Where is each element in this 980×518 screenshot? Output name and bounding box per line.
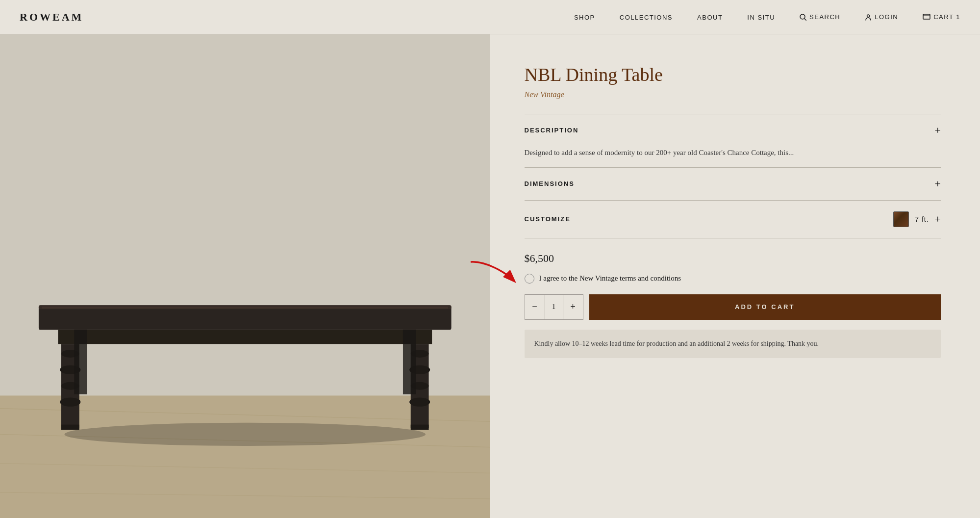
svg-rect-29 bbox=[403, 330, 416, 394]
svg-point-26 bbox=[409, 397, 430, 406]
customize-row: CUSTOMIZE 7 ft. + bbox=[525, 200, 941, 238]
price-display: $6,500 bbox=[525, 252, 941, 265]
terms-row: I agree to the New Vintage terms and con… bbox=[525, 274, 941, 284]
quantity-value: 1 bbox=[545, 295, 563, 319]
quantity-increase-button[interactable]: + bbox=[563, 294, 583, 320]
nav-collections[interactable]: COLLECTIONS bbox=[620, 14, 673, 21]
product-image-panel bbox=[0, 34, 490, 518]
product-title: NBL Dining Table bbox=[525, 64, 941, 86]
terms-text: I agree to the New Vintage terms and con… bbox=[539, 274, 681, 283]
nav-in-situ[interactable]: IN SITU bbox=[747, 14, 775, 21]
quantity-decrease-button[interactable]: − bbox=[525, 294, 545, 320]
svg-point-20 bbox=[60, 397, 80, 406]
wood-swatch[interactable] bbox=[893, 211, 909, 227]
svg-point-2 bbox=[867, 15, 870, 17]
red-arrow-annotation bbox=[466, 257, 520, 286]
product-image bbox=[0, 34, 490, 518]
svg-rect-28 bbox=[74, 330, 87, 394]
description-accordion-header[interactable]: DESCRIPTION + bbox=[525, 114, 941, 147]
svg-rect-21 bbox=[61, 425, 79, 430]
navigation: ROWEAM SHOP COLLECTIONS ABOUT IN SITU SE… bbox=[0, 0, 980, 34]
quantity-control: − 1 + bbox=[525, 294, 583, 320]
search-icon bbox=[800, 14, 806, 21]
add-to-cart-button[interactable]: ADD TO CART bbox=[589, 294, 941, 320]
nav-shop[interactable]: SHOP bbox=[574, 14, 595, 21]
dimensions-accordion-header[interactable]: DIMENSIONS + bbox=[525, 168, 941, 200]
user-icon bbox=[865, 14, 872, 21]
shipping-note-text: Kindly allow 10–12 weeks lead time for p… bbox=[534, 338, 931, 349]
description-accordion: DESCRIPTION + Designed to add a sense of… bbox=[525, 114, 941, 167]
dimensions-label: DIMENSIONS bbox=[525, 180, 575, 187]
description-plus-icon: + bbox=[935, 125, 941, 136]
svg-point-30 bbox=[65, 423, 426, 446]
size-value[interactable]: 7 ft. bbox=[915, 215, 929, 223]
cart-row: − 1 + ADD TO CART bbox=[525, 294, 941, 320]
description-text: Designed to add a sense of modernity to … bbox=[525, 147, 941, 158]
svg-rect-14 bbox=[42, 307, 448, 309]
brand-logo[interactable]: ROWEAM bbox=[20, 11, 83, 24]
nav-cart[interactable]: CART 1 bbox=[923, 13, 960, 21]
svg-rect-27 bbox=[411, 425, 429, 430]
product-details-panel: NBL Dining Table New Vintage DESCRIPTION… bbox=[490, 34, 980, 518]
customize-controls: 7 ft. + bbox=[893, 211, 941, 227]
terms-checkbox[interactable] bbox=[525, 274, 534, 284]
nav-login[interactable]: LOGIN bbox=[865, 13, 898, 21]
dimensions-accordion: DIMENSIONS + bbox=[525, 167, 941, 200]
product-subtitle: New Vintage bbox=[525, 90, 941, 99]
page-layout: NBL Dining Table New Vintage DESCRIPTION… bbox=[0, 34, 980, 518]
svg-line-1 bbox=[804, 19, 806, 21]
shipping-note: Kindly allow 10–12 weeks lead time for p… bbox=[525, 330, 941, 358]
customize-expand-icon[interactable]: + bbox=[935, 213, 941, 226]
svg-rect-3 bbox=[923, 14, 930, 19]
description-label: DESCRIPTION bbox=[525, 127, 579, 134]
dimensions-plus-icon: + bbox=[935, 179, 941, 189]
svg-rect-15 bbox=[58, 330, 432, 344]
price-section: $6,500 I agree to the New Vintage terms … bbox=[525, 238, 941, 358]
nav-search[interactable]: SEARCH bbox=[800, 13, 840, 21]
cart-icon bbox=[923, 14, 930, 21]
customize-label: CUSTOMIZE bbox=[525, 215, 571, 223]
nav-about[interactable]: ABOUT bbox=[697, 14, 723, 21]
description-body: Designed to add a sense of modernity to … bbox=[525, 147, 941, 167]
